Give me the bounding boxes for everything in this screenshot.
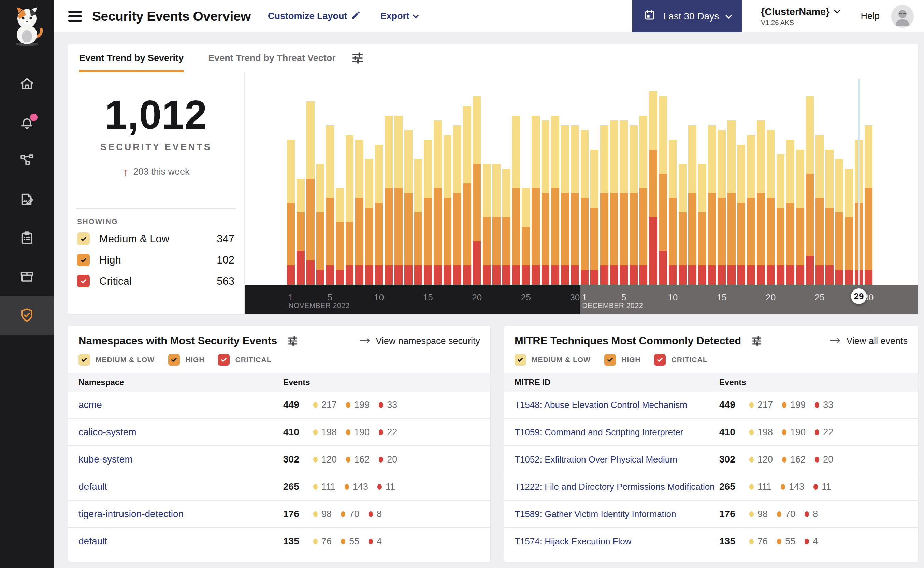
bar-day-58[interactable]: [845, 169, 853, 285]
row-link[interactable]: acme: [78, 399, 102, 410]
checkbox-medium_low[interactable]: [77, 233, 90, 245]
bar-day-19[interactable]: [463, 106, 471, 285]
view-all-events-link[interactable]: View all events: [830, 336, 907, 346]
row-link[interactable]: T1059: Command and Scripting Interpreter: [514, 427, 683, 437]
bar-day-28[interactable]: [551, 116, 559, 285]
bar-day-5[interactable]: [326, 125, 334, 285]
sidebar-item-home[interactable]: [0, 65, 54, 103]
bar-day-18[interactable]: [453, 125, 461, 285]
chart-x-axis[interactable]: 151015202530NOVEMBER 2022151015202530DEC…: [245, 285, 918, 314]
tune-filters-icon[interactable]: [751, 335, 762, 346]
bar-day-48[interactable]: [747, 135, 755, 285]
checkbox-medium_low[interactable]: [514, 354, 526, 366]
checkbox-critical[interactable]: [218, 354, 230, 366]
tune-filters-icon[interactable]: [287, 335, 298, 346]
bar-day-36[interactable]: [630, 125, 638, 285]
bar-day-50[interactable]: [767, 130, 775, 285]
date-range-button[interactable]: Last 30 Days: [632, 0, 742, 32]
bar-day-47[interactable]: [737, 145, 746, 285]
bar-day-8[interactable]: [355, 140, 363, 285]
bar-day-38[interactable]: [649, 92, 657, 285]
bar-day-25[interactable]: [522, 188, 530, 285]
bar-day-45[interactable]: [717, 130, 726, 285]
bar-day-52[interactable]: [786, 140, 794, 285]
sidebar-item-service-graph[interactable]: [0, 142, 54, 181]
bar-day-13[interactable]: [404, 130, 413, 285]
bar-day-14[interactable]: [414, 159, 422, 285]
checkbox-critical[interactable]: [77, 275, 90, 287]
bar-day-1[interactable]: [287, 140, 295, 285]
bar-day-7[interactable]: [346, 135, 354, 285]
bar-day-20[interactable]: [473, 96, 481, 285]
row-link[interactable]: tigera-intrusion-detection: [78, 509, 184, 519]
chip-medium_low[interactable]: MEDIUM & LOW: [78, 354, 155, 366]
tab-event-trend-by-severity[interactable]: Event Trend by Severity: [79, 44, 184, 72]
bar-day-29[interactable]: [561, 125, 569, 285]
bar-day-49[interactable]: [757, 121, 765, 285]
row-link[interactable]: kube-system: [78, 454, 133, 465]
bar-day-55[interactable]: [815, 135, 824, 285]
bar-day-40[interactable]: [669, 140, 677, 285]
checkbox-critical[interactable]: [654, 354, 666, 366]
bar-day-57[interactable]: [835, 159, 844, 285]
bar-day-54[interactable]: [806, 96, 814, 285]
bar-day-4[interactable]: [316, 164, 324, 285]
bar-day-31[interactable]: [581, 130, 589, 285]
customize-layout-button[interactable]: Customize Layout: [268, 10, 362, 23]
cluster-selector[interactable]: {ClusterName} V1.26 AKS: [761, 6, 840, 27]
bar-day-42[interactable]: [688, 125, 696, 285]
bar-day-23[interactable]: [502, 169, 511, 285]
bar-day-26[interactable]: [532, 116, 540, 285]
checkbox-high[interactable]: [77, 254, 90, 266]
bar-day-30[interactable]: [571, 125, 579, 285]
tab-event-trend-by-threat-vector[interactable]: Event Trend by Threat Vector: [208, 44, 336, 72]
bar-day-22[interactable]: [492, 164, 500, 285]
checkbox-medium_low[interactable]: [78, 354, 90, 366]
bar-day-33[interactable]: [600, 125, 608, 285]
row-link[interactable]: T1548: Abuse Elevation Control Mechanism: [514, 400, 687, 410]
bar-day-32[interactable]: [590, 150, 598, 285]
bar-day-12[interactable]: [395, 116, 402, 285]
bar-day-10[interactable]: [375, 145, 383, 285]
sidebar-item-threat-defense[interactable]: [0, 296, 54, 335]
bar-day-34[interactable]: [610, 121, 618, 285]
bar-day-21[interactable]: [483, 164, 491, 285]
checkbox-high[interactable]: [168, 354, 180, 366]
bar-day-3[interactable]: [306, 101, 315, 285]
bar-day-15[interactable]: [424, 140, 432, 285]
sidebar-item-alerts[interactable]: [0, 103, 54, 142]
bar-day-2[interactable]: [297, 178, 305, 285]
bar-day-46[interactable]: [728, 121, 736, 285]
bar-day-37[interactable]: [639, 116, 648, 285]
row-link[interactable]: calico-system: [78, 427, 137, 437]
sidebar-item-policies[interactable]: [0, 181, 54, 219]
bar-day-56[interactable]: [825, 150, 834, 285]
chip-high[interactable]: HIGH: [604, 354, 641, 366]
bar-day-41[interactable]: [679, 164, 687, 285]
row-link[interactable]: T1589: Gather Victim Identity Informatio…: [514, 509, 676, 519]
export-button[interactable]: Export: [380, 11, 418, 21]
bar-day-11[interactable]: [385, 116, 393, 285]
help-link[interactable]: Help: [861, 11, 880, 21]
row-link[interactable]: T1052: Exfiltration Over Physical Medium: [514, 454, 677, 465]
bar-day-16[interactable]: [434, 121, 442, 285]
chip-critical[interactable]: CRITICAL: [654, 354, 707, 366]
bar-day-60[interactable]: [865, 125, 873, 285]
bar-day-17[interactable]: [443, 135, 452, 285]
bar-day-53[interactable]: [796, 150, 804, 285]
row-link[interactable]: T1222: File and Directory Permissions Mo…: [514, 482, 715, 492]
bar-day-35[interactable]: [620, 121, 628, 285]
chip-high[interactable]: HIGH: [168, 354, 205, 366]
bar-day-51[interactable]: [776, 154, 785, 285]
checkbox-high[interactable]: [604, 354, 616, 366]
row-link[interactable]: default: [78, 481, 107, 492]
sidebar-item-compliance[interactable]: [0, 219, 54, 258]
bar-day-24[interactable]: [512, 116, 520, 285]
row-link[interactable]: T1574: Hijack Execution Flow: [514, 536, 631, 547]
hamburger-menu-icon[interactable]: [68, 11, 82, 21]
bar-day-9[interactable]: [365, 159, 373, 285]
bar-day-39[interactable]: [659, 96, 667, 285]
bar-day-43[interactable]: [698, 164, 706, 285]
chip-medium_low[interactable]: MEDIUM & LOW: [514, 354, 591, 366]
view-namespace-security-link[interactable]: View namespace security: [359, 336, 480, 346]
